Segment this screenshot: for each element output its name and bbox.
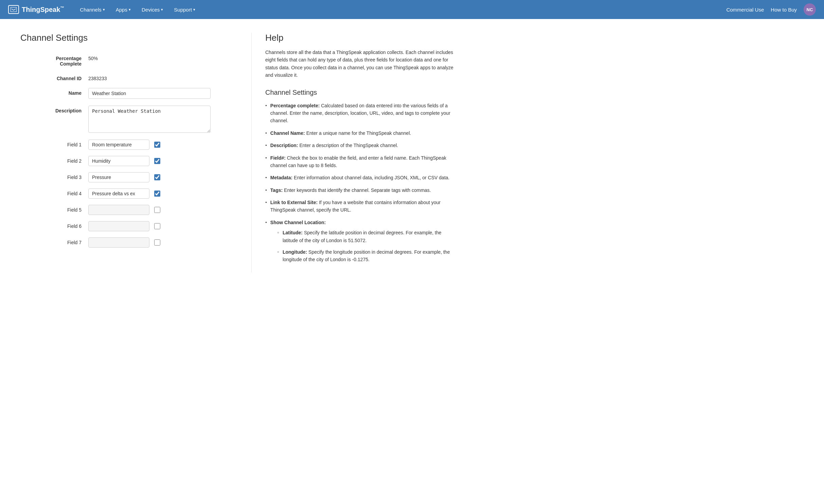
field7-label: Field 7 [20,240,88,245]
left-panel: Channel Settings PercentageComplete 50% … [20,33,251,272]
field5-checkbox[interactable] [154,207,160,213]
help-item-metadata: Metadata: Enter information about channe… [265,174,455,181]
brand-icon [8,5,19,14]
help-item-percentage: Percentage complete: Calculated based on… [265,102,455,125]
field2-row: Field 2 [20,156,231,166]
channel-id-value: 2383233 [88,73,107,81]
description-label: Description [20,106,88,113]
how-to-buy-link[interactable]: How to Buy [771,7,797,13]
field6-checkbox[interactable] [154,223,160,229]
field2-checkbox[interactable] [154,158,160,164]
help-sub-item-latitude: Latitude: Specify the latitude position … [270,229,455,244]
field1-row: Field 1 [20,140,231,150]
avatar[interactable]: NC [804,3,816,16]
field3-row: Field 3 [20,172,231,182]
description-textarea[interactable]: Personal Weather Station [88,106,211,133]
channel-id-label: Channel ID [20,73,88,81]
nav-items: Channels ▾ Apps ▾ Devices ▾ Support ▾ [75,4,726,15]
help-list: Percentage complete: Calculated based on… [265,102,455,268]
field4-checkbox[interactable] [154,191,160,197]
help-sub-list: Latitude: Specify the latitude position … [270,229,455,264]
channel-id-row: Channel ID 2383233 [20,73,231,81]
help-title: Help [265,33,455,43]
field1-checkbox[interactable] [154,142,160,148]
field3-checkbox[interactable] [154,174,160,180]
field5-input[interactable] [88,205,149,215]
percentage-row: PercentageComplete 50% [20,53,231,67]
help-item-location: Show Channel Location: Latitude: Specify… [265,219,455,268]
nav-apps[interactable]: Apps ▾ [111,4,136,15]
field2-label: Field 2 [20,158,88,164]
name-row: Name [20,88,231,99]
svg-rect-0 [11,7,17,12]
field7-row: Field 7 [20,237,231,248]
help-section-title: Channel Settings [265,89,455,96]
field4-row: Field 4 [20,188,231,199]
nav-right: Commercial Use How to Buy NC [726,3,816,16]
help-item-tags: Tags: Enter keywords that identify the c… [265,186,455,194]
help-item-field: Field#: Check the box to enable the fiel… [265,154,455,169]
field6-label: Field 6 [20,223,88,229]
field3-input[interactable] [88,172,149,182]
brand-name: ThingSpeak™ [22,5,64,14]
support-caret-icon: ▾ [193,7,195,12]
brand-logo[interactable]: ThingSpeak™ [8,5,64,14]
devices-caret-icon: ▾ [161,7,163,12]
field7-checkbox[interactable] [154,239,160,246]
field4-label: Field 4 [20,191,88,196]
field4-input[interactable] [88,188,149,199]
channel-settings-title: Channel Settings [20,33,231,43]
field2-input[interactable] [88,156,149,166]
name-input[interactable] [88,88,211,99]
field7-input[interactable] [88,237,149,248]
help-item-name: Channel Name: Enter a unique name for th… [265,129,455,137]
percentage-label: PercentageComplete [20,53,88,67]
nav-channels[interactable]: Channels ▾ [75,4,109,15]
field5-label: Field 5 [20,207,88,213]
description-row: Description Personal Weather Station [20,106,231,133]
field1-input[interactable] [88,140,149,150]
commercial-use-link[interactable]: Commercial Use [726,7,764,13]
apps-caret-icon: ▾ [129,7,131,12]
nav-support[interactable]: Support ▾ [169,4,200,15]
percentage-value: 50% [88,53,98,61]
field1-label: Field 1 [20,142,88,147]
help-item-description: Description: Enter a description of the … [265,142,455,149]
field6-row: Field 6 [20,221,231,231]
field5-row: Field 5 [20,205,231,215]
help-sub-item-longitude: Longitude: Specify the longitude positio… [270,248,455,264]
content-area: Channel Settings PercentageComplete 50% … [0,19,476,286]
field3-label: Field 3 [20,175,88,180]
help-intro: Channels store all the data that a Thing… [265,49,455,79]
field6-input[interactable] [88,221,149,231]
nav-devices[interactable]: Devices ▾ [137,4,168,15]
channels-caret-icon: ▾ [103,7,105,12]
navbar: ThingSpeak™ Channels ▾ Apps ▾ Devices ▾ … [0,0,824,19]
help-item-link: Link to External Site: If you have a web… [265,199,455,214]
name-label: Name [20,88,88,96]
right-panel: Help Channels store all the data that a … [251,33,455,272]
